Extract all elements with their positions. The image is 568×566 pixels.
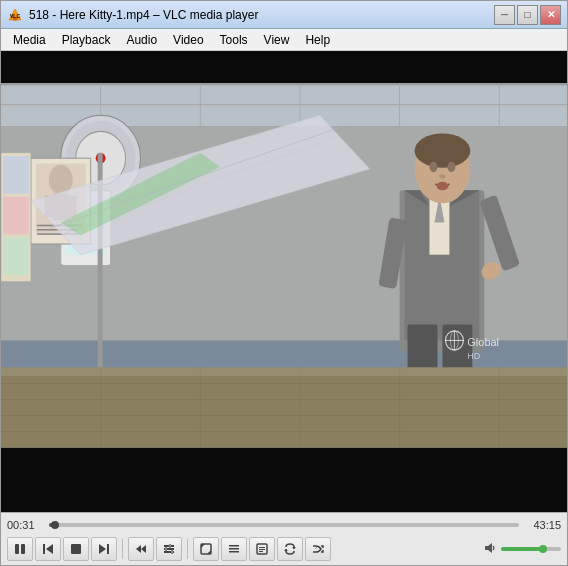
separator-1 <box>122 539 123 559</box>
close-button[interactable]: ✕ <box>540 5 561 25</box>
volume-level <box>501 547 543 551</box>
playlist-button[interactable] <box>221 537 247 561</box>
svg-text:VLC: VLC <box>10 13 20 19</box>
stop-button[interactable] <box>63 537 89 561</box>
seek-bar-background <box>49 523 519 527</box>
svg-point-48 <box>429 161 437 172</box>
chapters-button[interactable] <box>249 537 275 561</box>
svg-text:Global: Global <box>467 335 499 347</box>
vlc-window: VLC 518 - Here Kitty-1.mp4 – VLC media p… <box>0 0 568 566</box>
svg-rect-93 <box>229 548 239 550</box>
fullscreen-button[interactable] <box>193 537 219 561</box>
frame-back-button[interactable] <box>128 537 154 561</box>
playback-controls <box>7 537 561 561</box>
volume-icon <box>483 541 497 558</box>
menu-help[interactable]: Help <box>297 31 338 49</box>
title-bar: VLC 518 - Here Kitty-1.mp4 – VLC media p… <box>1 1 567 29</box>
svg-point-49 <box>447 161 455 172</box>
svg-rect-98 <box>259 551 263 552</box>
svg-rect-87 <box>165 547 167 551</box>
svg-rect-97 <box>259 549 265 550</box>
svg-marker-102 <box>485 543 492 553</box>
current-time: 00:31 <box>7 519 43 531</box>
svg-rect-79 <box>107 544 109 554</box>
menu-bar: Media Playback Audio Video Tools View He… <box>1 29 567 51</box>
window-controls: ─ □ ✕ <box>494 5 561 25</box>
menu-view[interactable]: View <box>256 31 298 49</box>
total-time: 43:15 <box>525 519 561 531</box>
svg-rect-58 <box>1 367 567 376</box>
volume-slider[interactable] <box>501 547 561 551</box>
svg-text:HD: HD <box>467 350 480 360</box>
video-frame: Global HD <box>1 51 567 512</box>
loop-button[interactable] <box>277 537 303 561</box>
seek-bar[interactable] <box>49 521 519 529</box>
svg-rect-57 <box>1 367 567 447</box>
extended-button[interactable] <box>156 537 182 561</box>
svg-marker-100 <box>284 549 288 551</box>
svg-rect-76 <box>43 544 45 554</box>
svg-rect-34 <box>3 197 29 235</box>
shuffle-button[interactable] <box>305 537 331 561</box>
window-title: 518 - Here Kitty-1.mp4 – VLC media playe… <box>29 8 494 22</box>
svg-marker-77 <box>46 544 53 554</box>
menu-audio[interactable]: Audio <box>118 31 165 49</box>
prev-chapter-button[interactable] <box>35 537 61 561</box>
svg-marker-80 <box>99 544 106 554</box>
seek-handle <box>51 521 59 529</box>
video-area[interactable]: Global HD <box>1 51 567 512</box>
svg-rect-88 <box>171 550 173 554</box>
svg-rect-78 <box>71 544 81 554</box>
svg-rect-94 <box>229 551 239 553</box>
menu-playback[interactable]: Playback <box>54 31 119 49</box>
svg-line-101 <box>315 547 317 549</box>
svg-marker-99 <box>292 547 296 549</box>
next-chapter-button[interactable] <box>91 537 117 561</box>
svg-point-50 <box>439 174 445 178</box>
restore-button[interactable]: □ <box>517 5 538 25</box>
svg-rect-7 <box>1 83 567 85</box>
menu-media[interactable]: Media <box>5 31 54 49</box>
volume-area <box>483 541 561 558</box>
svg-rect-33 <box>3 156 29 194</box>
svg-rect-86 <box>169 544 171 548</box>
svg-rect-2 <box>13 19 17 21</box>
minimize-button[interactable]: ─ <box>494 5 515 25</box>
svg-rect-35 <box>3 238 29 276</box>
svg-marker-81 <box>136 545 141 553</box>
svg-rect-74 <box>15 544 19 554</box>
app-icon: VLC <box>7 7 23 23</box>
seek-row: 00:31 43:15 <box>7 517 561 533</box>
svg-point-51 <box>436 182 448 191</box>
volume-handle <box>539 545 547 553</box>
svg-rect-92 <box>229 545 239 547</box>
svg-point-47 <box>415 134 471 168</box>
menu-video[interactable]: Video <box>165 31 211 49</box>
svg-marker-82 <box>141 545 146 553</box>
svg-rect-96 <box>259 547 265 548</box>
menu-tools[interactable]: Tools <box>212 31 256 49</box>
controls-area: 00:31 43:15 <box>1 512 567 565</box>
pause-button[interactable] <box>7 537 33 561</box>
svg-rect-75 <box>21 544 25 554</box>
separator-2 <box>187 539 188 559</box>
